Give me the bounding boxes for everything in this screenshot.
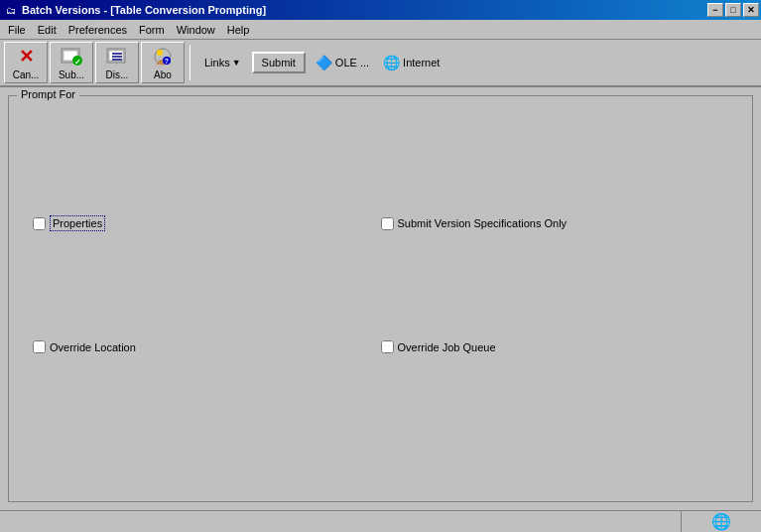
toolbar: ✕ Can... ✓ Sub... <box>0 40 761 87</box>
links-arrow-icon: ▼ <box>232 58 241 67</box>
override-job-queue-checkbox-item: Override Job Queue <box>381 340 729 353</box>
about-icon: ? <box>151 46 175 67</box>
toolbar-separator <box>190 45 190 80</box>
main-window: 🗂 Batch Versions - [Table Conversion Pro… <box>0 0 761 532</box>
override-location-checkbox[interactable] <box>33 340 46 353</box>
status-left <box>0 511 682 532</box>
ole-label: OLE ... <box>335 57 369 68</box>
app-icon: 🗂 <box>4 3 18 17</box>
submit-toolbar-button[interactable]: ✓ Sub... <box>50 42 93 83</box>
globe-icon: 🌐 <box>711 512 731 532</box>
submit-toolbar-label: Sub... <box>59 69 84 80</box>
cancel-button[interactable]: ✕ Can... <box>4 42 48 83</box>
prompt-for-group: Prompt For Properties Submit Version Spe… <box>8 95 753 502</box>
about-label: Abo <box>154 69 172 80</box>
menu-bar: File Edit Preferences Form Window Help <box>0 20 761 40</box>
submit-menu-label: Submit <box>262 57 296 68</box>
status-bar: 🌐 <box>0 510 761 532</box>
checkbox-row-2: Override Location Override Job Queue <box>17 332 744 385</box>
override-job-queue-label[interactable]: Override Job Queue <box>398 341 496 353</box>
internet-button[interactable]: 🌐 Internet <box>379 53 444 72</box>
status-right: 🌐 <box>682 511 761 532</box>
cancel-label: Can... <box>13 69 40 80</box>
ole-button[interactable]: 🔷 OLE ... <box>312 53 373 72</box>
distribute-button[interactable]: Dis... <box>95 42 139 83</box>
links-area: Links ▼ Submit 🔷 OLE ... 🌐 Internet <box>195 42 757 83</box>
links-label: Links <box>204 57 230 68</box>
about-button[interactable]: ? Abo <box>141 42 185 83</box>
group-legend: Prompt For <box>17 88 79 100</box>
menu-file[interactable]: File <box>2 22 32 38</box>
main-content: Prompt For Properties Submit Version Spe… <box>0 87 761 510</box>
svg-text:✓: ✓ <box>74 58 81 66</box>
override-location-label[interactable]: Override Location <box>50 341 136 353</box>
distribute-icon <box>105 46 129 67</box>
submit-version-checkbox[interactable] <box>381 217 394 230</box>
ole-icon: 🔷 <box>316 55 332 70</box>
internet-icon: 🌐 <box>383 55 400 70</box>
title-bar: 🗂 Batch Versions - [Table Conversion Pro… <box>0 0 761 20</box>
cancel-icon: ✕ <box>14 46 38 67</box>
svg-text:?: ? <box>165 58 169 65</box>
links-button[interactable]: Links ▼ <box>199 54 246 71</box>
menu-form[interactable]: Form <box>133 22 171 38</box>
close-button[interactable]: ✕ <box>743 3 759 17</box>
properties-label[interactable]: Properties <box>50 215 105 231</box>
properties-checkbox-item: Properties <box>33 215 381 231</box>
minimize-button[interactable]: − <box>707 3 723 17</box>
override-job-queue-checkbox[interactable] <box>381 340 394 353</box>
title-bar-left: 🗂 Batch Versions - [Table Conversion Pro… <box>4 3 266 17</box>
window-title: Batch Versions - [Table Conversion Promp… <box>22 4 266 16</box>
menu-preferences[interactable]: Preferences <box>63 22 133 38</box>
internet-label: Internet <box>403 57 440 68</box>
checkbox-row-1: Properties Submit Version Specifications… <box>17 207 744 263</box>
menu-help[interactable]: Help <box>221 22 256 38</box>
menu-window[interactable]: Window <box>171 22 221 38</box>
override-location-checkbox-item: Override Location <box>33 340 381 353</box>
submit-menu-button[interactable]: Submit <box>252 52 306 73</box>
title-buttons: − □ ✕ <box>707 3 759 17</box>
submit-version-checkbox-item: Submit Version Specifications Only <box>381 215 729 231</box>
submit-icon: ✓ <box>60 46 83 67</box>
submit-version-label[interactable]: Submit Version Specifications Only <box>398 217 568 229</box>
distribute-label: Dis... <box>106 69 129 80</box>
menu-edit[interactable]: Edit <box>32 22 63 38</box>
svg-point-10 <box>157 50 163 56</box>
maximize-button[interactable]: □ <box>725 3 741 17</box>
properties-checkbox[interactable] <box>33 217 46 230</box>
